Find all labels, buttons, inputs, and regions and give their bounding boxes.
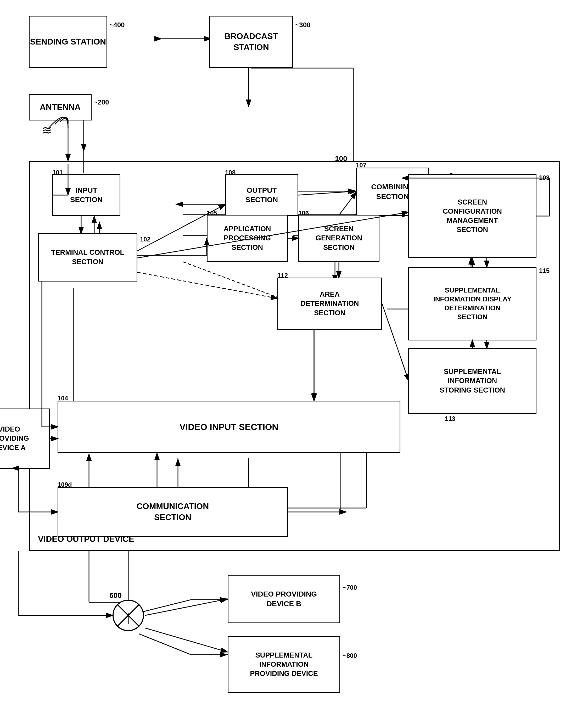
video-providing-a-box: VIDEOPROVIDINGDEVICE A [0, 408, 50, 469]
supplemental-display-ref: 115 [539, 267, 550, 274]
area-determination-ref: 112 [277, 272, 288, 279]
broadcast-station-box: BROADCASTSTATION [209, 16, 293, 68]
sending-station-box: SENDING STATION [29, 16, 107, 68]
communication-box: COMMUNICATIONSECTION [58, 487, 288, 537]
broadcast-station-ref: ~300 [295, 21, 311, 29]
terminal-control-ref: 102 [140, 236, 150, 243]
screen-config-ref: 103 [539, 174, 550, 181]
input-section-ref: 101 [52, 169, 63, 176]
supplemental-display-box: SUPPLEMENTALINFORMATION DISPLAYDETERMINA… [408, 267, 537, 341]
antenna-ref: ~200 [94, 98, 109, 106]
terminal-control-box: TERMINAL CONTROLSECTION [38, 233, 137, 281]
antenna-box: ANTENNA [29, 94, 92, 120]
switch-600-ref: 600 [109, 591, 122, 600]
combining-section-ref: 107 [356, 162, 366, 169]
app-processing-box: APPLICATIONPROCESSINGSECTION [207, 215, 288, 262]
output-section-box: OUTPUTSECTION [225, 174, 298, 216]
app-processing-ref: 105 [207, 209, 217, 217]
screen-gen-ref: 106 [298, 209, 309, 217]
supplemental-storing-box: SUPPLEMENTALINFORMATIONSTORING SECTION [408, 348, 537, 414]
video-input-box: VIDEO INPUT SECTION [58, 401, 401, 453]
input-section-box: INPUTSECTION [52, 174, 120, 216]
area-determination-box: AREADETERMINATIONSECTION [277, 278, 382, 330]
svg-line-28 [139, 634, 191, 655]
communication-ref: 109d [58, 481, 72, 488]
video-providing-b-ref: ~700 [343, 584, 357, 591]
svg-line-26 [139, 600, 191, 613]
svg-line-76 [145, 599, 228, 615]
screen-config-box: SCREENCONFIGURATIONMANAGEMENTSECTION [408, 174, 537, 258]
video-providing-b-box: VIDEO PROVIDINGDEVICE B [228, 575, 340, 623]
video-input-ref: 104 [58, 395, 68, 402]
supplemental-providing-ref: ~800 [343, 652, 357, 659]
sending-station-ref: ~400 [109, 21, 125, 29]
output-section-ref: 108 [225, 169, 235, 176]
supplemental-storing-ref: 113 [445, 415, 455, 423]
switch-600-symbol [113, 600, 144, 631]
screen-gen-box: SCREENGENERATIONSECTION [298, 215, 379, 262]
antenna-waves: ≋ [42, 123, 51, 137]
svg-line-77 [145, 628, 228, 652]
supplemental-providing-box: SUPPLEMENTALINFORMATIONPROVIDING DEVICE [228, 636, 340, 693]
diagram-container: SENDING STATION ~400 BROADCASTSTATION ~3… [0, 0, 571, 728]
